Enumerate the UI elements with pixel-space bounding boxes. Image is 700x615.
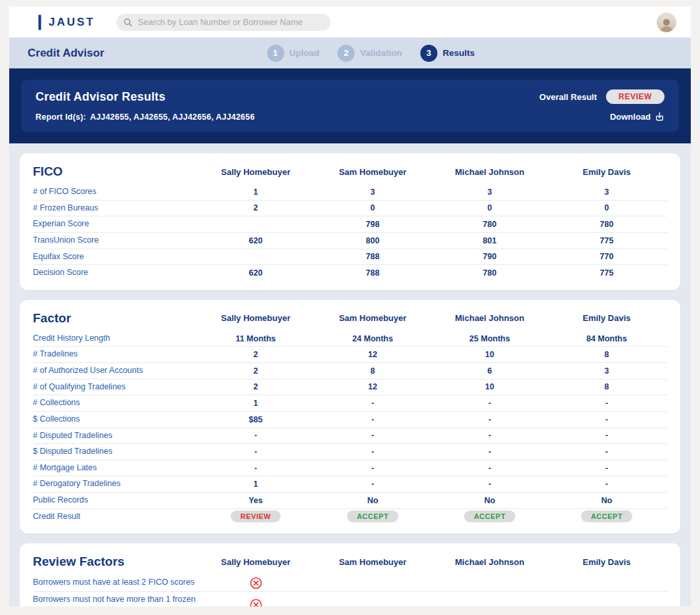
table-row: $ Disputed Tradelines---- bbox=[33, 443, 667, 460]
column-header: Sam Homebuyer bbox=[314, 313, 431, 323]
cell-value: 1 bbox=[197, 480, 314, 489]
fail-icon bbox=[250, 577, 262, 589]
table-row: # of Qualifying Tradelines212108 bbox=[33, 379, 667, 395]
table-row: Credit History Length11 Months24 Months2… bbox=[33, 331, 667, 347]
banner-title: Credit Advisor Results bbox=[35, 90, 166, 104]
cell-value: 788 bbox=[314, 268, 431, 278]
cell-value: 3 bbox=[314, 187, 431, 197]
download-icon bbox=[655, 112, 665, 122]
cell-value: 3 bbox=[548, 187, 665, 197]
cell-value: - bbox=[197, 464, 314, 473]
row-label: # Derogatory Tradelines bbox=[33, 477, 197, 491]
column-header: Michael Johnson bbox=[431, 167, 548, 177]
step-number: 3 bbox=[420, 45, 437, 62]
column-header: Michael Johnson bbox=[431, 313, 548, 323]
table-row: Experian Score798780780 bbox=[33, 216, 667, 232]
icon-cell bbox=[197, 577, 314, 589]
cell-value: 775 bbox=[548, 268, 665, 278]
section-title: FICO bbox=[33, 164, 197, 179]
user-avatar[interactable] bbox=[657, 12, 676, 32]
section-title: Factor bbox=[33, 311, 197, 326]
step-number: 1 bbox=[267, 45, 284, 62]
step-upload[interactable]: 1Upload bbox=[267, 45, 319, 62]
row-label: Decision Score bbox=[33, 266, 197, 280]
page-title: Credit Advisor bbox=[28, 47, 105, 60]
cell-value: 24 Months bbox=[314, 334, 431, 343]
cell-value: 84 Months bbox=[548, 334, 665, 343]
table-row: Public RecordsYesNoNoNo bbox=[33, 492, 667, 508]
table-header-row: FactorSally HomebuyerSam HomebuyerMichae… bbox=[33, 308, 667, 329]
step-label: Results bbox=[442, 48, 475, 58]
fail-icon bbox=[250, 599, 262, 606]
stepper: 1Upload2Validation3Results bbox=[267, 45, 475, 62]
cell-value: 2 bbox=[197, 350, 314, 359]
content-area: FICOSally HomebuyerSam HomebuyerMichael … bbox=[9, 143, 691, 606]
cell-value: 3 bbox=[431, 187, 548, 197]
cell-value: - bbox=[314, 415, 431, 424]
result-badge: REVIEW bbox=[231, 510, 281, 522]
results-panel: Credit Advisor Results Overall Result RE… bbox=[21, 80, 679, 132]
column-header: Emily Davis bbox=[548, 557, 665, 567]
row-label: Credit History Length bbox=[33, 332, 197, 346]
results-banner: Credit Advisor Results Overall Result RE… bbox=[9, 68, 691, 143]
cell-value: 10 bbox=[431, 350, 548, 359]
cell-value: 6 bbox=[431, 366, 548, 376]
cell-value: No bbox=[431, 496, 548, 505]
table-row: Credit ResultREVIEWACCEPTACCEPTACCEPT bbox=[33, 508, 667, 525]
table-row: # of Authorized User Accounts2863 bbox=[33, 362, 667, 379]
table-row: Borrowers must not have more than 1 froz… bbox=[33, 591, 667, 606]
cell-value: - bbox=[197, 447, 314, 456]
row-label: # of Qualifying Tradelines bbox=[33, 380, 197, 395]
report-ids-value: AJJ42655, AJ42655, AJJ42656, AJJ42656 bbox=[90, 112, 255, 122]
overall-result: Overall Result REVIEW bbox=[540, 89, 665, 104]
cell-value: - bbox=[548, 415, 665, 424]
cell-value: - bbox=[314, 464, 431, 473]
table-row: # Mortgage Lates---- bbox=[33, 460, 667, 476]
avatar-silhouette bbox=[658, 16, 675, 32]
cell-value: 620 bbox=[197, 268, 314, 278]
table-row: # Derogatory Tradelines1--- bbox=[33, 476, 667, 492]
table-row: Decision Score620788780775 bbox=[33, 264, 667, 281]
table-row: # Tradelines212108 bbox=[33, 346, 667, 362]
report-ids-label: Report Id(s): bbox=[35, 112, 86, 122]
result-badge: ACCEPT bbox=[347, 510, 398, 522]
step-label: Upload bbox=[289, 48, 319, 58]
cell-value: 620 bbox=[197, 236, 314, 245]
table-row: # of FICO Scores1333 bbox=[33, 184, 667, 200]
fico-card: FICOSally HomebuyerSam HomebuyerMichael … bbox=[20, 153, 680, 290]
step-validation[interactable]: 2Validation bbox=[338, 45, 402, 62]
review-factors-card: Review FactorsSally HomebuyerSam Homebuy… bbox=[20, 543, 680, 606]
overall-result-label: Overall Result bbox=[540, 92, 597, 102]
column-header: Sam Homebuyer bbox=[314, 557, 431, 567]
cell-value: - bbox=[431, 464, 548, 473]
cell-value: 790 bbox=[431, 252, 548, 261]
cell-value: 2 bbox=[197, 382, 314, 391]
row-label: # Collections bbox=[33, 396, 197, 410]
download-button[interactable]: Download bbox=[610, 112, 665, 122]
column-header: Emily Davis bbox=[548, 313, 665, 323]
column-header: Sally Homebuyer bbox=[197, 167, 314, 177]
table-row: # Collections1--- bbox=[33, 395, 667, 411]
result-cell: REVIEW bbox=[197, 510, 314, 522]
cell-value: - bbox=[314, 431, 431, 440]
table-row: Equifax Score788790770 bbox=[33, 249, 667, 265]
cell-value: 770 bbox=[548, 252, 665, 261]
step-label: Validation bbox=[360, 48, 402, 58]
cell-value: - bbox=[431, 480, 548, 489]
row-label: Equifax Score bbox=[33, 250, 197, 264]
row-label: Credit Result bbox=[33, 510, 197, 524]
cell-value: 801 bbox=[431, 236, 548, 245]
result-cell: ACCEPT bbox=[431, 510, 548, 522]
subheader: Credit Advisor 1Upload2Validation3Result… bbox=[9, 37, 691, 68]
cell-value: 2 bbox=[197, 203, 314, 212]
table-row: TransUnion Score620800801775 bbox=[33, 232, 667, 249]
search-input[interactable] bbox=[137, 16, 323, 28]
search-box[interactable] bbox=[116, 14, 331, 31]
step-results[interactable]: 3Results bbox=[420, 45, 475, 62]
row-label: # Frozen Bureaus bbox=[33, 201, 197, 216]
cell-value: Yes bbox=[197, 496, 314, 505]
cell-value: - bbox=[314, 447, 431, 456]
row-label: TransUnion Score bbox=[33, 234, 197, 248]
cell-value: $85 bbox=[197, 415, 314, 424]
logo[interactable]: JAUST bbox=[24, 13, 95, 32]
